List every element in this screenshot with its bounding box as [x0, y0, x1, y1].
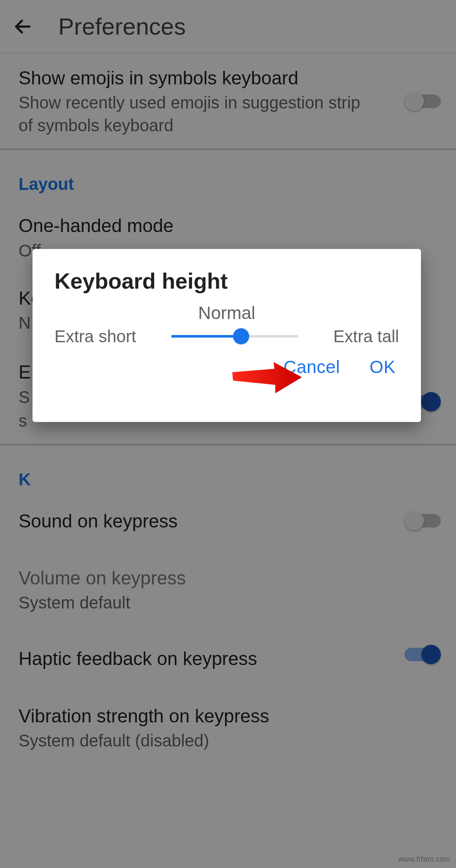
height-slider[interactable]: [171, 326, 298, 347]
slider-row: Extra short Extra tall: [54, 326, 399, 347]
slider-thumb-icon[interactable]: [233, 328, 249, 344]
keyboard-height-dialog: Keyboard height Normal Extra short Extra…: [33, 249, 421, 422]
slider-fill: [171, 335, 241, 338]
slider-min-label: Extra short: [54, 327, 136, 346]
slider-max-label: Extra tall: [333, 327, 399, 346]
dialog-actions: Cancel OK: [33, 347, 421, 377]
dialog-title: Keyboard height: [33, 249, 421, 298]
dialog-scrim[interactable]: [0, 0, 456, 868]
cancel-button[interactable]: Cancel: [284, 357, 340, 377]
ok-button[interactable]: OK: [369, 357, 396, 377]
dialog-body: Normal Extra short Extra tall: [33, 298, 421, 347]
settings-screen: Preferences Show emojis in symbols keybo…: [0, 0, 456, 868]
slider-value-label: Normal: [54, 303, 399, 323]
